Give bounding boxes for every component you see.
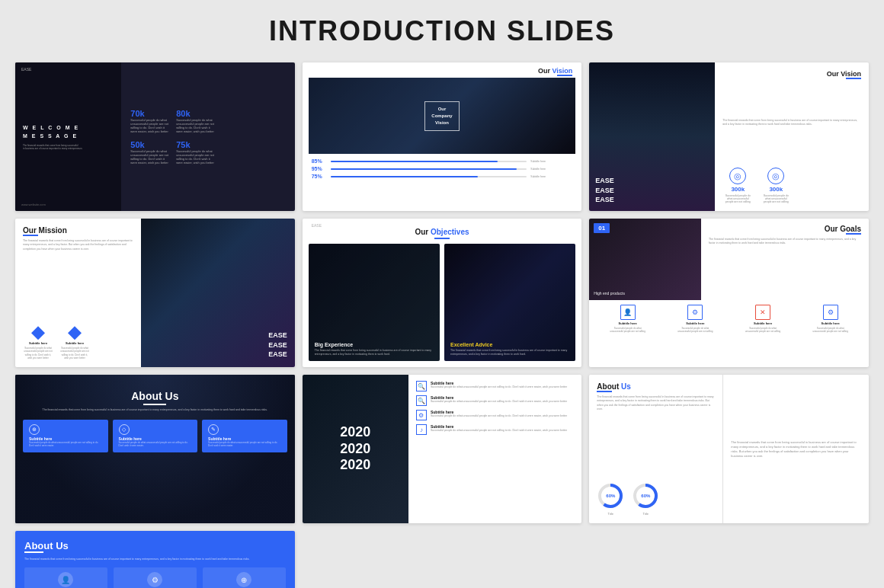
slide5-card2-content: Excellent Advice The financial rewards t… [444,337,575,361]
slide5-card2-title: Excellent Advice [450,342,569,347]
ease-label-1: EASE [21,67,31,72]
chart1-label: Title [608,512,613,516]
slide3-num-1: 300k [731,186,745,193]
slide8-sub3-icon: ⚙ [416,410,427,420]
slide-our-vision-center: Our Vision OurCompanyVision 85% Subtitle… [303,62,582,211]
slide6-img: 01 High end products [589,219,701,300]
slide3-header: Our Vision [722,70,861,82]
slide7-card3-icon: ✎ [208,424,219,435]
donut-label-2: 60% [632,482,659,510]
slide10-icon-1: 👤 Subtitle here Successful people do wha… [24,567,107,588]
slide8-year: 202020202020 [340,424,370,474]
slide4-icon-1: Subtitle here Successful people do what … [23,326,53,360]
slide9-chart-1: 60% Title [597,482,624,516]
slide5-card2-desc: The financial rewards that come from bei… [450,349,569,356]
slide6-icon-2: ⚙ Subtitle here Successful people do wha… [663,305,728,333]
slide7-title-area: About Us The financial rewards that come… [15,375,295,415]
slide8-sub-3: ⚙ Subtitle here Successful people do wha… [416,410,574,420]
slide6-icon-label-4: Subtitle here [822,321,840,325]
slide6-icon-box-1: 👤 [620,305,636,320]
slide10-underline [24,551,43,553]
slide10-title: About Us [24,540,286,551]
slide-our-objectives: EASE Our Objectives Big Experience The f… [303,219,582,367]
slide7-card-2: ◇ Subtitle here Successful people do wha… [113,420,198,452]
stat-85: 85% Subtitle here [312,158,573,164]
slide1-left: W E L C O M EM E S S A G E The financial… [15,62,121,211]
slide8-left: 202020202020 [303,375,408,523]
slide2-image: OurCompanyVision [309,78,576,154]
slide10-icon-2: ⚙ Subtitle here Successful people do wha… [114,567,197,588]
slide5-cards: Big Experience The financial rewards tha… [303,244,582,367]
slide4-icon-2: Subtitle here Successful people do what … [59,326,90,360]
slide9-right: The financial rewards that come from bei… [723,375,869,523]
slide7-underline [143,404,166,405]
slide8-sub4-icon: ♪ [416,424,427,435]
slide2-header: Our Vision [303,62,582,78]
welcome-text: W E L C O M EM E S S A G E [23,123,114,140]
website-label: www.website.com [21,203,46,206]
slide8-sub2-icon: 🔍 [416,395,427,406]
slide6-icon-label-1: Subtitle here [619,321,637,325]
slide6-icon-desc-3: Successful people do what unsuccessful p… [744,327,782,333]
slide6-icon-label-3: Subtitle here [754,321,772,325]
slide6-icons: 👤 Subtitle here Successful people do wha… [589,300,869,337]
donut-label-1: 60% [597,482,624,510]
slide6-icon-desc-2: Successful people do what unsuccessful p… [676,327,714,333]
slide6-title: Our Goals [709,225,861,233]
stat-95: 95% Subtitle here [312,166,573,171]
slide-welcome: EASE W E L C O M EM E S S A G E The fina… [15,62,295,211]
slide4-diamond-1 [31,326,45,340]
vision-box: OurCompanyVision [424,101,459,131]
slide3-icon-2: ◎ 300k Successful people do what unsucce… [761,168,791,203]
slide-about-dark: About Us The financial rewards that come… [15,375,295,523]
slide8-sub-2: 🔍 Subtitle here Successful people do wha… [416,395,574,406]
slide6-icon-desc-1: Successful people do what unsuccessful p… [609,327,647,333]
slide6-icon-1: 👤 Subtitle here Successful people do wha… [595,305,660,333]
slide3-icons: ◎ 300k Successful people do what unsucce… [722,168,861,203]
slide8-sub2-desc: Successful people do what unsuccessful p… [431,400,567,404]
slide10-icons: 👤 Subtitle here Successful people do wha… [24,567,286,588]
slide3-label-2: Successful people do what unsuccessful p… [761,194,791,203]
slide-our-goals: 01 High end products Our Goals The finan… [589,219,869,367]
stat-75: 75% Subtitle here [312,174,573,179]
slide10-icon3-circle: ⊕ [236,572,251,587]
slide6-underline [846,233,861,235]
slide9-desc: The financial rewards that come from bei… [597,395,715,411]
slide6-icon-label-2: Subtitle here [686,321,704,325]
slide7-card3-desc: Successful people do what unsuccessful p… [208,441,281,447]
slide3-ease-stack: EASEEASEEASE [595,176,709,205]
slide-our-vision-right: EASEEASEEASE Our Vision The financial re… [589,62,869,211]
stat-75k: 75k Successful people do whatunsuccessfu… [176,140,214,165]
slide5-underline [434,238,450,239]
slide4-right: EASEEASEEASE [141,219,295,367]
slide4-icon-label-1: Subtitle here [29,341,47,345]
slide2-stats: 85% Subtitle here 95% Subtitle here 75% … [303,154,582,184]
slide7-card2-desc: Successful people do what unsuccessful p… [119,441,192,447]
slide6-badge: 01 [594,223,610,233]
stat-70k: 70k Successful people do whatunsuccessfu… [130,109,168,134]
slide6-desc: The financial rewards that come from bei… [709,238,861,246]
slide5-header: EASE Our Objectives [303,219,582,244]
slide5-card1-content: Big Experience The financial rewards tha… [309,337,440,361]
slide6-text: Our Goals The financial rewards that com… [701,219,869,300]
slide8-sub-1: 🔍 Subtitle here Successful people do wha… [416,381,574,391]
slide4-title: Our Mission [23,226,133,235]
slide9-title: About Us [597,382,715,391]
slide3-left: EASEEASEEASE [589,62,715,211]
slide6-top: 01 High end products Our Goals The finan… [589,219,869,300]
slide9-donut-1: 60% [597,482,624,510]
slide4-icon-desc-2: Successful people do what unsuccessful p… [59,347,90,360]
slide1-stats: 70k Successful people do whatunsuccessfu… [121,62,294,211]
slide10-icon-3: ⊕ Subtitle here Successful people do wha… [203,567,286,588]
slide10-icon1-circle: 👤 [58,572,73,587]
chart2-label: Title [643,512,649,516]
slide-about-chart: About Us The financial rewards that come… [589,375,869,523]
slide9-right-desc: The financial rewards that come from bei… [731,440,861,459]
slide1-desc: The financial rewards that come from bei… [23,144,114,150]
slide7-card2-icon: ◇ [119,424,130,435]
slide-our-mission: Our Mission The financial rewards that c… [15,219,295,367]
slide6-icon-4: ⚙ Subtitle here Successful people do wha… [798,305,863,333]
slide3-desc: The financial rewards that come from bei… [722,119,861,127]
slide8-right: 🔍 Subtitle here Successful people do wha… [408,375,581,523]
slide7-card-1: ⊕ Subtitle here Successful people do wha… [23,420,108,452]
